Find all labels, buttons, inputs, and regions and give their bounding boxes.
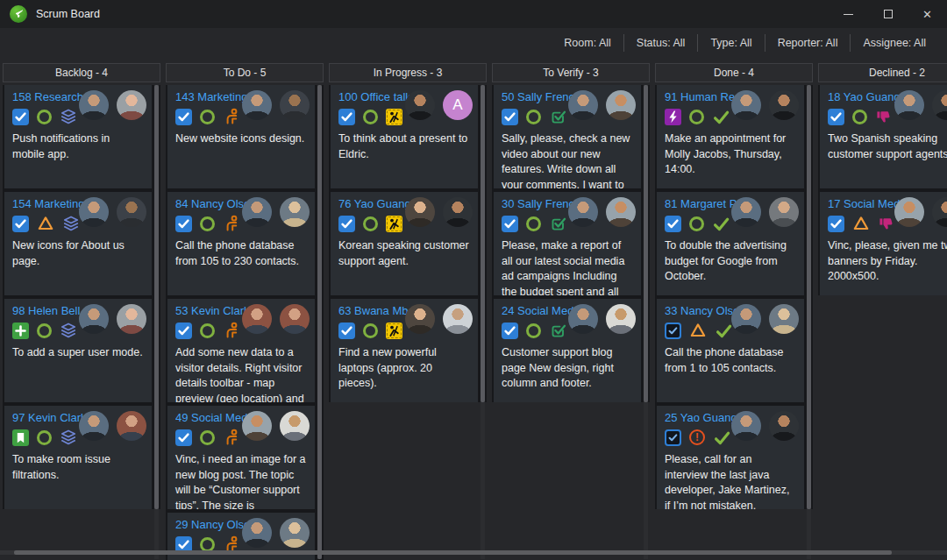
task-icon bbox=[175, 109, 192, 125]
avatar-photo bbox=[242, 90, 272, 120]
card-description: To add a super user mode. bbox=[12, 345, 145, 361]
card-description: Vinc, please, given me two banners by Fr… bbox=[828, 238, 947, 285]
column-card-list: 50 Sally FrenchSally, please, check a ne… bbox=[492, 85, 650, 402]
avatar-photo bbox=[568, 90, 598, 120]
filter-reporter[interactable]: Reporter: All bbox=[765, 34, 851, 52]
card-description: Two Spanish speaking customer support ag… bbox=[828, 131, 947, 162]
card-description: New website icons design. bbox=[175, 131, 308, 147]
task-card[interactable]: 50 Sally FrenchSally, please, check a ne… bbox=[494, 85, 641, 188]
column-scrollbar[interactable] bbox=[154, 85, 159, 559]
card-description: Call the phone database from 105 to 230 … bbox=[175, 238, 308, 269]
layers-icon bbox=[62, 215, 80, 232]
task-card[interactable]: 53 Kevin ClarkeAdd some new data to a vi… bbox=[167, 299, 315, 402]
board-column: Declined - 218 Yao GuangTwo Spanish spea… bbox=[818, 63, 947, 560]
avatar-photo bbox=[117, 90, 146, 120]
card-description: Make an appointment for Molly Jacobs, Th… bbox=[665, 131, 797, 178]
avatar-photo bbox=[443, 304, 473, 334]
task-card[interactable]: 84 Nancy OlsonCall the phone database fr… bbox=[167, 192, 315, 295]
column-scrollbar-thumb[interactable] bbox=[644, 85, 648, 402]
card-description: New icons for About us page. bbox=[12, 238, 145, 269]
horizontal-scrollbar[interactable] bbox=[0, 550, 947, 555]
task-card[interactable]: 63 Bwana Mb...Find a new powerful laptop… bbox=[331, 299, 478, 402]
task-card[interactable]: 158 Research ...Push notifications in mo… bbox=[4, 85, 152, 188]
card-avatars bbox=[405, 304, 473, 334]
avatar-photo bbox=[769, 90, 799, 120]
avatar-photo bbox=[731, 197, 761, 227]
column-scrollbar[interactable] bbox=[644, 85, 648, 559]
column-card-list: 91 Human Res...Make an appointment for M… bbox=[655, 85, 813, 509]
task-card[interactable]: 98 Helen BellTo add a super user mode. bbox=[4, 299, 152, 402]
avatar-photo bbox=[568, 197, 598, 227]
task-card[interactable]: 30 Sally FrenchPlease, make a report of … bbox=[494, 192, 641, 295]
circle-icon bbox=[37, 323, 52, 338]
circle-icon bbox=[200, 323, 215, 338]
card-description: To double the advertising budget for Goo… bbox=[665, 238, 797, 285]
filter-room[interactable]: Room: All bbox=[552, 34, 623, 52]
task-card[interactable]: 17 Social MediaVinc, please, given me tw… bbox=[820, 192, 947, 295]
filter-type[interactable]: Type: All bbox=[697, 34, 764, 52]
avatar-photo bbox=[242, 304, 272, 334]
board: Backlog - 4158 Research ...Push notifica… bbox=[0, 58, 947, 560]
task-icon bbox=[502, 216, 518, 232]
horizontal-scrollbar-thumb[interactable] bbox=[14, 550, 892, 555]
task-card[interactable]: 81 Margaret P...To double the advertisin… bbox=[657, 192, 804, 295]
work-icon bbox=[386, 323, 402, 339]
card-avatars bbox=[568, 197, 636, 227]
circle-icon bbox=[852, 110, 867, 124]
card-avatars bbox=[731, 197, 799, 227]
column-scrollbar-thumb[interactable] bbox=[807, 85, 811, 509]
circle-icon bbox=[526, 323, 541, 338]
board-column: Backlog - 4158 Research ...Push notifica… bbox=[3, 63, 160, 560]
task-card[interactable]: 100 Office talksATo think about a presen… bbox=[331, 85, 478, 188]
avatar-photo bbox=[894, 197, 924, 227]
filter-assignee[interactable]: Assignee: All bbox=[850, 34, 938, 52]
task-card[interactable]: 18 Yao GuangTwo Spanish speaking custome… bbox=[820, 85, 947, 188]
task-icon bbox=[338, 216, 355, 232]
card-avatars bbox=[242, 90, 310, 120]
column-card-list: 18 Yao GuangTwo Spanish speaking custome… bbox=[818, 85, 947, 295]
task-card[interactable]: 25 Yao Guang!Please, call for an intervi… bbox=[657, 406, 804, 509]
avatar-photo bbox=[443, 197, 473, 227]
todo-icon bbox=[223, 108, 240, 125]
done-icon bbox=[715, 322, 733, 340]
avatar-photo bbox=[894, 90, 924, 120]
column-scrollbar-thumb[interactable] bbox=[317, 85, 322, 559]
avatar-photo bbox=[405, 197, 435, 227]
avatar-photo bbox=[731, 90, 761, 120]
verify-icon bbox=[549, 215, 567, 233]
column-scrollbar[interactable] bbox=[317, 85, 322, 559]
card-avatars bbox=[731, 411, 799, 441]
column-scrollbar-thumb[interactable] bbox=[154, 85, 159, 509]
column-card-list: 158 Research ...Push notifications in mo… bbox=[3, 85, 160, 509]
board-column: To Verify - 350 Sally FrenchSally, pleas… bbox=[492, 63, 650, 560]
column-scrollbar[interactable] bbox=[807, 85, 811, 559]
close-button[interactable]: ✕ bbox=[908, 0, 947, 28]
done-icon bbox=[713, 429, 731, 447]
triangle-icon bbox=[689, 322, 707, 339]
circle-icon bbox=[526, 110, 541, 124]
minimize-button[interactable] bbox=[829, 0, 868, 28]
avatar-letter: A bbox=[443, 90, 473, 120]
maximize-button[interactable] bbox=[868, 0, 908, 28]
window-title: Scrum Board bbox=[36, 8, 100, 20]
task-icon bbox=[175, 323, 192, 339]
card-description: Add some new data to a visitor details. … bbox=[175, 345, 308, 402]
filter-status[interactable]: Status: All bbox=[623, 34, 698, 52]
task-card[interactable]: 154 Marketing ...New icons for About us … bbox=[4, 192, 152, 295]
circle-icon bbox=[363, 323, 378, 338]
task-card[interactable]: 33 Nancy OlsonCall the phone database fr… bbox=[657, 299, 804, 402]
column-scrollbar[interactable] bbox=[481, 85, 485, 559]
card-avatars bbox=[242, 411, 310, 441]
task-card[interactable]: 76 Yao GuangKorean speaking customer sup… bbox=[331, 192, 478, 295]
task-icon bbox=[828, 109, 844, 125]
column-scrollbar-thumb[interactable] bbox=[481, 85, 485, 402]
task-card[interactable]: 24 Social MediaCustomer support blog pag… bbox=[494, 299, 641, 402]
task-card[interactable]: 97 Kevin ClarkeTo make room issue filtra… bbox=[4, 406, 152, 509]
thumbs-down-icon bbox=[878, 216, 894, 231]
task-card[interactable]: 143 Marketing ...New website icons desig… bbox=[167, 85, 315, 188]
task-card[interactable]: 91 Human Res...Make an appointment for M… bbox=[657, 85, 804, 188]
card-avatars bbox=[79, 411, 146, 441]
circle-icon bbox=[689, 110, 704, 124]
avatar-photo bbox=[405, 304, 435, 334]
task-card[interactable]: 49 Social MediaVinc, i need an image for… bbox=[167, 406, 315, 509]
